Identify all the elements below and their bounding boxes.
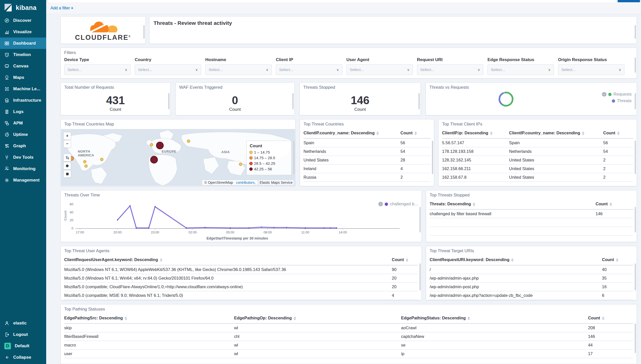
map-bubble-russia[interactable] — [187, 140, 190, 143]
sidebar-item-logout[interactable]: Logout — [0, 329, 46, 340]
panel-scrollbar[interactable] — [419, 263, 421, 290]
column-header[interactable]: Count — [392, 254, 418, 265]
kibana-logo[interactable]: kibana — [0, 0, 46, 15]
filter-select-country[interactable]: Select...∨ — [135, 64, 201, 75]
table-row: /wp-admin/admin-ajax.php35 — [430, 274, 633, 283]
map-bubble-united-states[interactable] — [100, 158, 103, 161]
map-canvas[interactable]: NORTH AMERICAEUROPEASIA + − — [61, 129, 295, 186]
sidebar-item-monitoring[interactable]: Monitoring — [0, 163, 46, 174]
panel-scrollbar[interactable] — [418, 93, 420, 109]
select-placeholder: Select... — [209, 67, 223, 72]
panel-scrollbar[interactable] — [432, 141, 433, 174]
column-header[interactable]: Count — [400, 128, 430, 138]
sidebar-item-discover[interactable]: Discover — [0, 15, 46, 26]
map-draw-bounds-button[interactable] — [63, 170, 71, 178]
sidebar-item-graph[interactable]: Graph — [0, 140, 46, 152]
sidebar-item-elastic[interactable]: elastic — [0, 317, 46, 329]
sidebar-item-dashboard[interactable]: Dashboard — [0, 38, 46, 49]
map-bubble-ireland[interactable] — [150, 143, 153, 146]
add-filter-link[interactable]: Add a filter+ — [50, 6, 73, 10]
map-bubble-netherlands[interactable] — [156, 142, 164, 149]
legend-item-requests[interactable]: ›Requests — [602, 92, 632, 97]
map-bubble-united-states[interactable] — [83, 160, 87, 163]
column-header[interactable]: ClientIP.country_name: Descending — [303, 128, 400, 138]
map-zoom-out-button[interactable]: − — [63, 140, 71, 148]
filter-select-device-type[interactable]: Select...∨ — [64, 64, 131, 75]
filter-select-hostname[interactable]: Select...∨ — [205, 64, 272, 75]
filter-select-request-uri[interactable]: Select...∨ — [417, 64, 483, 75]
sidebar-item-timelion[interactable]: Timelion — [0, 49, 46, 60]
panel-scrollbar[interactable] — [635, 58, 636, 73]
panel-scrollbar[interactable] — [635, 141, 636, 174]
column-header[interactable]: Count — [603, 128, 633, 138]
panel-scrollbar[interactable] — [419, 207, 421, 233]
panel-scrollbar[interactable] — [635, 25, 636, 39]
panel-title: Top Threat Target URIs — [426, 246, 637, 253]
table-cell: Spain — [509, 138, 603, 147]
filter-label: Request URI — [417, 57, 483, 62]
map-region-label: ASIA — [221, 150, 230, 154]
map-bubble-spain[interactable] — [150, 156, 158, 163]
filter-select-user-agent[interactable]: Select...∨ — [346, 64, 413, 75]
panel-scrollbar[interactable] — [635, 323, 636, 353]
sidebar-item-maps[interactable]: Maps — [0, 72, 46, 83]
column-header[interactable]: ClientRequestURI.keyword: Descending — [430, 254, 602, 265]
legend-dot — [250, 168, 252, 170]
map-draw-polygon-button[interactable] — [63, 162, 71, 170]
table-row: Ireland4 — [303, 165, 430, 173]
legend-item-threats[interactable]: Threats — [612, 98, 632, 103]
map-bubble-united-states[interactable] — [84, 164, 88, 168]
column-header[interactable]: ClientRequestUserAgent.keyword: Descendi… — [64, 254, 392, 265]
sidebar-item-canvas[interactable]: Canvas — [0, 60, 46, 72]
map-zoom-in-button[interactable]: + — [63, 132, 71, 140]
kibana-k-icon — [4, 3, 13, 12]
legend-item-challenged-b[interactable]: ›challenged b... — [378, 202, 418, 207]
legend-expand-icon[interactable]: › — [602, 92, 606, 97]
column-header[interactable]: ClientIP.country_name: Descending — [509, 128, 603, 138]
column-header[interactable]: Threats: Descending — [430, 199, 596, 209]
filter-select-origin-response-status[interactable]: Select...∨ — [558, 64, 625, 75]
panel-scrollbar[interactable] — [635, 207, 636, 233]
metric-label: Count — [176, 107, 294, 112]
sidebar-item-collapse[interactable]: Collapse — [0, 352, 46, 363]
column-header[interactable]: ClientIP.ip: Descending — [442, 128, 509, 138]
column-header[interactable]: EdgePathingSrc: Descending — [64, 313, 234, 323]
attribution-link[interactable]: contributors, — [235, 180, 257, 185]
filter-label: User Agent — [346, 57, 413, 62]
svg-text:11:00: 11:00 — [301, 230, 309, 234]
legend-expand-icon[interactable]: › — [378, 202, 383, 206]
map-fit-data-button[interactable] — [63, 154, 71, 161]
map-legend-entry: 1 – 14.75 — [250, 150, 288, 154]
column-header[interactable]: Count — [596, 199, 633, 209]
sidebar-item-management[interactable]: Management — [0, 174, 46, 186]
sidebar-item-visualize[interactable]: Visualize — [0, 26, 46, 38]
panel-scrollbar[interactable] — [143, 25, 145, 39]
panel-scrollbar[interactable] — [292, 93, 294, 109]
column-header[interactable]: EdgePathingStatus: Descending — [401, 313, 588, 323]
sidebar-item-infrastructure[interactable]: Infrastructure — [0, 95, 46, 106]
sidebar-item-machine-le[interactable]: Machine Le... — [0, 83, 46, 95]
map-legend-title: Count — [250, 143, 288, 149]
table-row: Netherlands54 — [303, 147, 430, 156]
metric-label: Count — [300, 107, 420, 112]
sidebar-item-dev-tools[interactable]: Dev Tools — [0, 152, 46, 163]
filter-select-client-ip[interactable]: Select...∨ — [276, 64, 342, 75]
sidebar-item-uptime[interactable]: Uptime — [0, 129, 46, 140]
column-header[interactable]: EdgePathingOp: Descending — [234, 313, 401, 323]
column-header[interactable]: Count — [588, 313, 633, 323]
table-row: Russia2 — [303, 173, 430, 182]
filter-select-edge-response-status[interactable]: Select...∨ — [487, 64, 554, 75]
panel-scrollbar[interactable] — [293, 141, 295, 174]
monitoring-icon — [4, 166, 9, 171]
panel-scrollbar[interactable] — [635, 263, 636, 290]
sidebar-item-default[interactable]: DDefault — [0, 340, 46, 352]
sidebar-item-logs[interactable]: Logs — [0, 106, 46, 117]
panel-scrollbar[interactable] — [635, 93, 636, 109]
column-header[interactable]: Count — [602, 254, 633, 265]
sidebar-item-apm[interactable]: APM — [0, 117, 46, 129]
panel-scrollbar[interactable] — [168, 93, 170, 109]
logs-icon — [4, 109, 9, 114]
table-cell: skip — [64, 323, 234, 332]
sidebar-item-label: Logout — [13, 332, 28, 337]
map-bubble[interactable] — [239, 162, 242, 166]
